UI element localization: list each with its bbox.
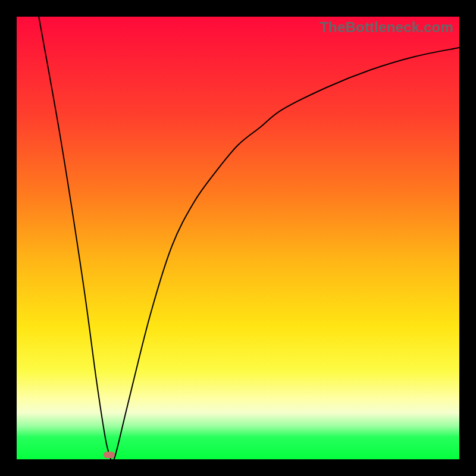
minimum-marker <box>104 452 115 458</box>
bottleneck-curve <box>17 17 459 459</box>
chart-frame: TheBottleneck.com <box>0 0 476 476</box>
curve-path <box>39 17 459 463</box>
plot-area: TheBottleneck.com <box>17 17 459 459</box>
